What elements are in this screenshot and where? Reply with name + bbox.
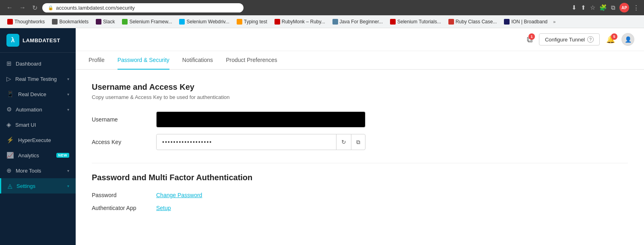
sidebar-item-label-dashboard: Dashboard <box>16 61 69 67</box>
sidebar-item-label-hyperexecute: HyperExecute <box>18 137 69 143</box>
browser-actions: ⬇ ⬆ ☆ 🧩 ⧉ AP ⋮ <box>572 3 639 12</box>
bookmark-label-selenium-wd: Selenium Webdriv... <box>186 19 229 25</box>
username-value-box <box>156 111 365 128</box>
chevron-down-icon-2: ▾ <box>67 92 69 97</box>
chevron-down-icon-4: ▾ <box>67 169 69 173</box>
sidebar-item-real-time-testing[interactable]: ▷ Real Time Testing ▾ <box>0 71 76 86</box>
bookmark-icon-bookmarklets <box>52 19 58 25</box>
lock-icon: 🔒 <box>48 5 54 10</box>
avatar-icon: 👤 <box>625 36 632 43</box>
bookmark-icon-slack <box>96 19 101 25</box>
configure-tunnel-button[interactable]: Configure Tunnel ? <box>539 33 600 45</box>
profile-circle[interactable]: AP <box>619 3 629 12</box>
refresh-button[interactable]: ↻ <box>31 2 39 13</box>
bookmark-bookmarklets[interactable]: Bookmarklets <box>49 18 92 26</box>
extensions-icon[interactable]: 🧩 <box>599 4 607 11</box>
automation-icon: ⚙ <box>6 106 12 113</box>
page-content: Username and Access Key Copy username & … <box>76 70 644 231</box>
chevron-down-icon-3: ▾ <box>67 107 69 112</box>
bookmark-icon-ion <box>504 19 510 25</box>
bookmark-label-slack: Slack <box>103 19 115 25</box>
mfa-section: Password and Multi Factor Authentication… <box>92 173 628 211</box>
analytics-icon: 📈 <box>6 152 14 159</box>
sidebar-item-label-settings: Settings <box>17 183 63 189</box>
access-key-box: ↻ ⧉ <box>156 134 365 150</box>
analytics-new-badge: NEW <box>56 153 70 158</box>
bookmark-ruby-class[interactable]: Ruby Class Case... <box>445 18 500 26</box>
tab-product-preferences-label: Product Preferences <box>226 57 277 63</box>
bookmark-java[interactable]: Java For Beginner... <box>329 18 386 26</box>
user-avatar[interactable]: 👤 <box>621 33 634 46</box>
sidebar-item-label-automation: Automation <box>16 107 63 113</box>
sidebar-item-label-more-tools: More Tools <box>16 168 63 174</box>
bookmarks-more-icon[interactable]: » <box>553 19 555 24</box>
change-password-link[interactable]: Change Password <box>156 192 202 198</box>
menu-icon[interactable]: ⋮ <box>633 4 639 11</box>
sidebar-item-label-real-device: Real Device <box>18 91 63 97</box>
access-key-label: Access Key <box>92 139 156 145</box>
sidebar-item-dashboard[interactable]: ⊞ Dashboard <box>0 56 76 71</box>
copy-access-key-button[interactable]: ⧉ <box>351 134 365 150</box>
mfa-title: Password and Multi Factor Authentication <box>92 173 628 182</box>
tabs-bar: Profile Password & Security Notification… <box>76 51 644 70</box>
bookmark-ion[interactable]: ION | Broadband <box>501 18 551 26</box>
download-icon[interactable]: ⬇ <box>572 4 577 11</box>
bookmark-selenium-tut[interactable]: Selenium Tutorials... <box>387 18 444 26</box>
bookmark-icon-rubymonk <box>275 19 280 25</box>
access-key-field-row: Access Key ↻ ⧉ <box>92 134 628 150</box>
sidebar-item-settings[interactable]: ◬ Settings ▾ <box>0 178 76 194</box>
help-icon[interactable]: ? <box>587 36 594 43</box>
profile-initials: AP <box>621 6 627 10</box>
section-divider <box>92 163 628 163</box>
tab-notifications[interactable]: Notifications <box>182 51 213 70</box>
bookmark-icon-typing <box>237 19 242 25</box>
copy-icon: ⧉ <box>356 139 360 146</box>
real-device-icon: 📱 <box>6 91 14 98</box>
logo-icon: λ <box>6 34 19 47</box>
bookmark-label-typing: Typing test <box>244 19 267 25</box>
sidebar-item-hyperexecute[interactable]: ⚡ HyperExecute <box>0 132 76 148</box>
url-text: accounts.lambdatest.com/security <box>56 5 135 11</box>
address-bar[interactable]: 🔒 accounts.lambdatest.com/security <box>42 3 244 12</box>
sidebar-item-analytics[interactable]: 📈 Analytics NEW <box>0 148 76 163</box>
main-content: ⧉ 1 Configure Tunnel ? 🔔 5 👤 Profile Pas… <box>76 28 644 245</box>
tab-password-security[interactable]: Password & Security <box>118 51 169 70</box>
bookmark-slack[interactable]: Slack <box>93 18 118 26</box>
bookmark-selenium-fw[interactable]: Selenium Framew... <box>119 18 175 26</box>
bookmark-label-thoughtworks: Thoughtworks <box>14 19 45 25</box>
tab-password-security-label: Password & Security <box>118 57 169 63</box>
sidebar-item-real-device[interactable]: 📱 Real Device ▾ <box>0 86 76 102</box>
forward-button[interactable]: → <box>18 2 27 13</box>
bookmark-thoughtworks[interactable]: Thoughtworks <box>4 18 48 26</box>
more-tools-icon: ⊕ <box>6 167 12 174</box>
tab-product-preferences[interactable]: Product Preferences <box>226 51 277 70</box>
refresh-access-key-button[interactable]: ↻ <box>336 134 351 150</box>
app-layout: λ LAMBDATEST ⊞ Dashboard ▷ Real Time Tes… <box>0 28 644 245</box>
sidebar-item-smart-ui[interactable]: ◈ Smart UI <box>0 117 76 132</box>
real-time-testing-icon: ▷ <box>6 75 11 82</box>
window-icon[interactable]: ⧉ <box>611 4 615 11</box>
notification-badge: 5 <box>611 33 617 40</box>
bookmark-selenium-wd[interactable]: Selenium Webdriv... <box>176 18 232 26</box>
sidebar-item-label-real-time-testing: Real Time Testing <box>15 76 63 82</box>
authenticator-field-row: Authenticator App Setup <box>92 205 628 211</box>
username-access-title: Username and Access Key <box>92 82 628 92</box>
tab-profile-label: Profile <box>89 57 105 63</box>
setup-authenticator-link[interactable]: Setup <box>156 205 171 211</box>
sidebar: λ LAMBDATEST ⊞ Dashboard ▷ Real Time Tes… <box>0 28 76 245</box>
smart-ui-icon: ◈ <box>6 121 11 128</box>
bookmark-icon-java <box>332 19 338 25</box>
sidebar-item-automation[interactable]: ⚙ Automation ▾ <box>0 102 76 117</box>
bookmark-label-selenium-tut: Selenium Tutorials... <box>397 19 441 25</box>
bookmark-typing[interactable]: Typing test <box>233 18 270 26</box>
bookmark-star-icon[interactable]: ☆ <box>590 4 595 11</box>
sidebar-item-more-tools[interactable]: ⊕ More Tools ▾ <box>0 163 76 178</box>
bookmark-label-ion: ION | Broadband <box>511 19 547 25</box>
bookmark-icon-selenium-fw <box>122 19 128 25</box>
tab-profile[interactable]: Profile <box>89 51 105 70</box>
share-icon[interactable]: ⬆ <box>581 4 586 11</box>
back-button[interactable]: ← <box>5 2 14 13</box>
access-key-input[interactable] <box>157 135 336 149</box>
bookmark-icon-selenium-tut <box>390 19 396 25</box>
bookmark-rubymonk[interactable]: RubyMonk – Ruby... <box>271 18 328 26</box>
